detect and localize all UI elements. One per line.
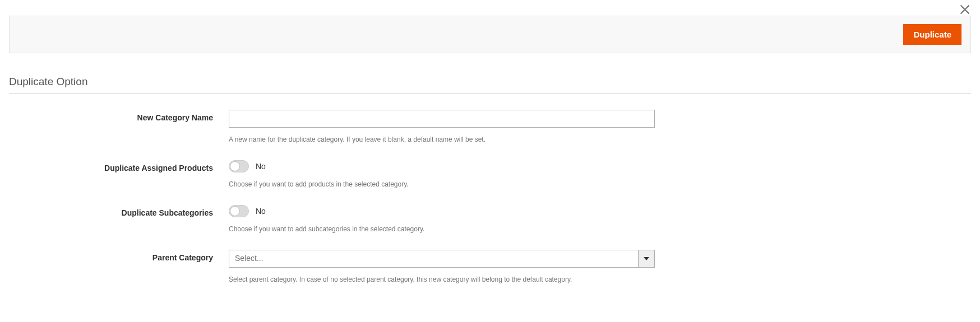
hint-parent-category: Select parent category. In case of no se… <box>229 276 655 283</box>
input-new-category-name[interactable] <box>229 110 655 128</box>
label-new-category-name: New Category Name <box>9 110 229 122</box>
header-bar: Duplicate <box>9 16 971 53</box>
hint-new-category-name: A new name for the duplicate category. I… <box>229 136 655 143</box>
row-new-category-name: New Category Name A new name for the dup… <box>9 110 971 143</box>
label-duplicate-assigned-products: Duplicate Assigned Products <box>9 160 229 172</box>
row-duplicate-assigned-products: Duplicate Assigned Products No Choose if… <box>9 160 971 188</box>
chevron-down-icon[interactable] <box>638 250 655 268</box>
toggle-value-duplicate-assigned-products: No <box>256 162 266 171</box>
toggle-duplicate-assigned-products[interactable] <box>229 160 249 172</box>
form-area: New Category Name A new name for the dup… <box>9 110 971 283</box>
duplicate-button[interactable]: Duplicate <box>903 24 961 45</box>
row-duplicate-subcategories: Duplicate Subcategories No Choose if you… <box>9 205 971 233</box>
label-duplicate-subcategories: Duplicate Subcategories <box>9 205 229 217</box>
toggle-knob-icon <box>230 161 240 171</box>
toggle-value-duplicate-subcategories: No <box>256 207 266 216</box>
hint-duplicate-assigned-products: Choose if you want to add products in th… <box>229 180 655 188</box>
toggle-duplicate-subcategories[interactable] <box>229 205 249 217</box>
select-parent-category[interactable]: Select... <box>229 250 655 268</box>
toggle-knob-icon <box>230 206 240 216</box>
section-title: Duplicate Option <box>9 76 971 88</box>
close-icon[interactable] <box>959 4 970 15</box>
label-parent-category: Parent Category <box>9 250 229 262</box>
title-divider <box>9 94 971 94</box>
hint-duplicate-subcategories: Choose if you want to add subcategories … <box>229 225 655 233</box>
select-parent-category-display[interactable]: Select... <box>229 250 638 268</box>
row-parent-category: Parent Category Select... Select parent … <box>9 250 971 283</box>
